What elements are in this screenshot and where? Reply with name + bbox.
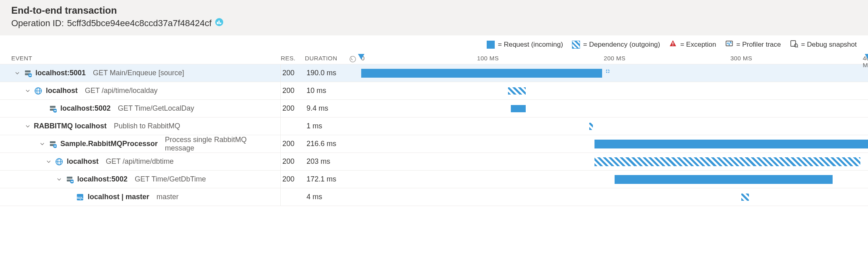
table-row[interactable]: localhost:5002GET Time/GetLocalDay2009.4… [0, 100, 868, 117]
legend-request: = Request (incoming) [487, 41, 563, 49]
event-cell: localhost:5002GET Time/GetDbTime [11, 171, 281, 188]
row-name: localhost [46, 87, 78, 95]
row-detail: Process single RabbitMQ message [165, 136, 278, 152]
expand-chevron-icon[interactable] [56, 177, 62, 182]
expand-chevron-icon[interactable] [25, 89, 31, 93]
table-row[interactable]: localhost:5001GET Main/Enqueue [source]2… [0, 64, 868, 82]
table-header: EVENT RES. DURATION 0100 MS200 MS300 MS4… [0, 52, 868, 64]
row-status: 200 [281, 104, 305, 113]
event-cell: RABBITMQ localhostPublish to RabbitMQ [11, 117, 281, 135]
profiler-icon [725, 39, 733, 49]
request-bar[interactable] [615, 175, 833, 184]
event-cell: localhost:5002GET Time/GetLocalDay [11, 100, 281, 117]
timeline-cell [361, 82, 868, 99]
row-duration: 216.6 ms [305, 140, 361, 148]
timeline-cell [361, 153, 868, 170]
legend: = Request (incoming) = Dependency (outgo… [0, 35, 868, 52]
row-detail: master [156, 193, 179, 201]
row-status: 200 [281, 140, 305, 148]
dependency-bar[interactable] [589, 123, 593, 130]
dependency-swatch-icon [572, 41, 580, 49]
operation-id-label: Operation ID: [11, 18, 64, 29]
row-detail: GET Main/Enqueue [source] [93, 69, 184, 77]
row-status: 200 [281, 87, 305, 95]
dependency-bar[interactable] [741, 194, 749, 201]
transaction-table: EVENT RES. DURATION 0100 MS200 MS300 MS4… [0, 52, 868, 206]
event-cell: localhost | mastermaster [11, 188, 281, 206]
row-duration: 1 ms [305, 122, 361, 130]
legend-profiler: = Profiler trace [725, 39, 781, 49]
expand-chevron-icon[interactable] [46, 159, 51, 164]
collapse-icon[interactable] [605, 68, 611, 76]
chart-icon[interactable] [215, 18, 224, 29]
reset-time-icon[interactable] [349, 56, 356, 64]
row-name: localhost [67, 157, 99, 166]
row-name: localhost | master [88, 193, 149, 201]
timeline-cell [361, 188, 868, 206]
legend-exception: = Exception [669, 39, 716, 49]
request-bar[interactable] [361, 69, 602, 78]
row-duration: 9.4 ms [305, 104, 361, 113]
exception-icon [669, 39, 677, 49]
time-filter-handle[interactable] [865, 54, 868, 60]
timeline-cell [361, 135, 868, 152]
tick-label: 100 MS [477, 55, 499, 62]
expand-chevron-icon[interactable] [39, 142, 45, 146]
col-res[interactable]: RES. [281, 55, 305, 62]
request-bar[interactable] [511, 105, 526, 112]
request-bar[interactable] [594, 140, 868, 148]
row-duration: 190.0 ms [305, 69, 361, 77]
row-duration: 203 ms [305, 157, 361, 166]
page-title: End-to-end transaction [11, 5, 857, 16]
event-cell: Sample.RabbitMQProcessorProcess single R… [11, 135, 281, 152]
timeline-cell [361, 64, 868, 82]
table-row[interactable]: localhostGET /api/time/dbtime200203 ms [0, 153, 868, 171]
dependency-bar[interactable] [594, 157, 861, 166]
dependency-bar[interactable] [508, 87, 526, 95]
col-event[interactable]: EVENT [11, 55, 281, 62]
request-swatch-icon [487, 41, 495, 49]
snapshot-icon [790, 39, 798, 49]
table-row[interactable]: localhostGET /api/time/localday20010 ms [0, 82, 868, 100]
sql-icon [76, 193, 84, 202]
server-icon [23, 69, 32, 78]
globe-icon [34, 87, 43, 95]
operation-id-row: Operation ID: 5cff3d5bce94ee4c8ccd37a7f4… [11, 18, 857, 29]
row-detail: GET Time/GetDbTime [135, 175, 206, 183]
row-detail: GET /api/time/dbtime [106, 157, 174, 166]
row-detail: Publish to RabbitMQ [114, 122, 180, 130]
row-detail: GET Time/GetLocalDay [118, 104, 194, 113]
col-duration-label: DURATION [305, 55, 337, 62]
event-cell: localhost:5001GET Main/Enqueue [source] [11, 64, 281, 82]
timeline-axis[interactable]: 0100 MS200 MS300 MS400 MS [361, 55, 868, 62]
table-row[interactable]: localhost | mastermaster4 ms [0, 188, 868, 206]
legend-dependency: = Dependency (outgoing) [572, 41, 660, 49]
row-name: localhost:5002 [60, 104, 111, 113]
col-duration[interactable]: DURATION [305, 55, 361, 62]
timeline-cell [361, 171, 868, 188]
server-icon [65, 175, 74, 184]
server-icon [48, 140, 57, 148]
legend-dependency-label: = Dependency (outgoing) [583, 41, 660, 49]
table-row[interactable]: RABBITMQ localhostPublish to RabbitMQ1 m… [0, 117, 868, 135]
operation-id-value: 5cff3d5bce94ee4c8ccd37a7f48424cf [67, 18, 212, 29]
row-detail: GET /api/time/localday [85, 87, 158, 95]
row-name: localhost:5001 [35, 69, 86, 77]
server-icon [48, 104, 57, 113]
row-duration: 10 ms [305, 87, 361, 95]
tick-label: 200 MS [604, 55, 625, 62]
time-filter-handle[interactable] [358, 54, 364, 60]
legend-exception-label: = Exception [680, 41, 716, 49]
timeline-cell [361, 117, 868, 135]
globe-icon [55, 157, 64, 166]
event-cell: localhostGET /api/time/dbtime [11, 153, 281, 170]
expand-chevron-icon[interactable] [25, 124, 31, 129]
row-status: 200 [281, 69, 305, 77]
row-name: localhost:5002 [77, 175, 128, 183]
event-cell: localhostGET /api/time/localday [11, 82, 281, 99]
timeline-cell [361, 100, 868, 117]
expand-chevron-icon[interactable] [14, 71, 20, 76]
table-row[interactable]: localhost:5002GET Time/GetDbTime200172.1… [0, 171, 868, 188]
row-name: Sample.RabbitMQProcessor [60, 140, 158, 148]
table-row[interactable]: Sample.RabbitMQProcessorProcess single R… [0, 135, 868, 153]
